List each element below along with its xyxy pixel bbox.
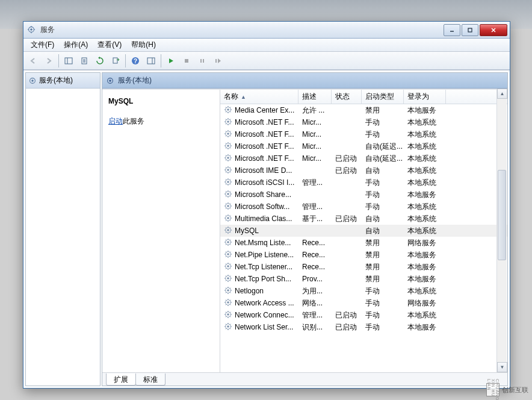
svg-point-50 bbox=[227, 133, 229, 135]
export-button[interactable] bbox=[108, 54, 123, 68]
cell-start: 手动 bbox=[362, 202, 404, 212]
svg-line-115 bbox=[226, 203, 226, 204]
service-row[interactable]: Network List Ser...识别...已启动手动本地服务 bbox=[220, 321, 507, 333]
service-row[interactable]: Net.Msmq Liste...Rece...禁用网络服务 bbox=[220, 237, 507, 249]
cell-start: 手动 bbox=[362, 286, 404, 296]
service-row[interactable]: Microsoft .NET F...Micr...已启动自动(延迟...本地系… bbox=[220, 152, 507, 164]
maximize-button[interactable] bbox=[462, 24, 478, 36]
service-row[interactable]: MySQL自动本地系统 bbox=[220, 225, 507, 237]
minimize-button[interactable] bbox=[444, 24, 460, 36]
cell-status: 已启动 bbox=[332, 166, 362, 176]
service-row[interactable]: Net.Tcp Port Sh...Prov...禁用本地服务 bbox=[220, 273, 507, 285]
gear-icon bbox=[224, 105, 232, 116]
cell-login: 本地系统 bbox=[404, 286, 446, 296]
list-rows: Media Center Ex...允许 ...禁用本地服务Microsoft … bbox=[220, 104, 507, 386]
svg-line-68 bbox=[230, 143, 230, 143]
service-row[interactable]: Microsoft Share...手动本地服务 bbox=[220, 189, 507, 201]
service-row[interactable]: Microsoft Softw...管理...手动本地系统 bbox=[220, 201, 507, 213]
cell-login: 本地服务 bbox=[404, 274, 446, 284]
tab-extended[interactable]: 扩展 bbox=[106, 373, 136, 386]
svg-line-107 bbox=[226, 196, 226, 196]
svg-line-38 bbox=[230, 107, 230, 107]
svg-line-65 bbox=[226, 143, 226, 143]
service-row[interactable]: Microsoft IME D...已启动自动本地系统 bbox=[220, 164, 507, 177]
stop-service-button[interactable] bbox=[179, 54, 194, 68]
svg-line-37 bbox=[226, 111, 226, 112]
back-button[interactable] bbox=[26, 54, 40, 68]
service-row[interactable]: Net.Pipe Listene...Rece...禁用本地服务 bbox=[220, 249, 507, 261]
scroll-thumb[interactable] bbox=[498, 170, 506, 260]
list-header: 名称 ▲ 描述 状态 启动类型 登录为 bbox=[220, 90, 507, 104]
cell-status: 已启动 bbox=[332, 322, 362, 333]
tab-standard[interactable]: 标准 bbox=[135, 373, 165, 386]
service-row[interactable]: Microsoft iSCSI I...管理...手动本地系统 bbox=[220, 177, 507, 189]
pause-service-button[interactable] bbox=[195, 54, 209, 68]
vertical-scrollbar[interactable]: ▲ ▼ bbox=[496, 89, 507, 372]
main-body: MySQL 启动此服务 名称 ▲ 描述 状态 启动类型 登录为 Media Ce… bbox=[102, 89, 507, 386]
cell-desc: 管理... bbox=[298, 202, 332, 212]
col-login-as[interactable]: 登录为 bbox=[404, 90, 446, 104]
svg-line-55 bbox=[226, 131, 226, 131]
cell-start: 手动 bbox=[362, 322, 404, 333]
svg-line-157 bbox=[226, 256, 226, 257]
svg-point-150 bbox=[227, 253, 229, 255]
menu-file[interactable]: 文件(F) bbox=[26, 39, 59, 51]
service-row[interactable]: Network Connec...管理...已启动手动本地系统 bbox=[220, 309, 507, 321]
gear-icon bbox=[224, 117, 232, 128]
show-hide-action-button[interactable] bbox=[144, 54, 158, 68]
forward-button[interactable] bbox=[42, 54, 56, 68]
start-link[interactable]: 启动 bbox=[108, 117, 123, 125]
svg-line-166 bbox=[230, 268, 230, 269]
service-row[interactable]: Microsoft .NET F...Micr...自动(延迟...本地系统 bbox=[220, 140, 507, 152]
service-row[interactable]: Microsoft .NET F...Micr...手动本地系统 bbox=[220, 116, 507, 128]
col-desc[interactable]: 描述 bbox=[298, 90, 332, 104]
cell-desc: 管理... bbox=[298, 310, 332, 320]
start-service-button[interactable] bbox=[164, 54, 178, 68]
col-status[interactable]: 状态 bbox=[332, 90, 362, 104]
service-row[interactable]: Microsoft .NET F...Micr...手动本地系统 bbox=[220, 128, 507, 140]
cell-desc: 识别... bbox=[298, 322, 332, 333]
toolbar: ? bbox=[23, 52, 510, 70]
cell-desc: 管理... bbox=[298, 178, 332, 188]
refresh-button[interactable] bbox=[93, 54, 107, 68]
svg-line-98 bbox=[230, 179, 230, 180]
service-row[interactable]: Net.Tcp Listener...Rece...禁用本地服务 bbox=[220, 261, 507, 273]
properties-button[interactable] bbox=[77, 54, 91, 68]
service-row[interactable]: Multimedia Clas...基于...已启动自动本地系统 bbox=[220, 213, 507, 225]
main-header: 服务(本地) bbox=[102, 73, 507, 89]
svg-line-85 bbox=[226, 167, 226, 167]
cell-login: 本地系统 bbox=[404, 130, 446, 140]
cell-name: MySQL bbox=[220, 226, 298, 236]
menu-help[interactable]: 帮助(H) bbox=[126, 39, 161, 51]
svg-line-208 bbox=[230, 311, 230, 312]
tree-item-root[interactable]: 服务(本地) bbox=[26, 73, 100, 89]
svg-point-30 bbox=[227, 108, 229, 111]
menu-view[interactable]: 查看(V) bbox=[93, 39, 126, 51]
help-button[interactable]: ? bbox=[128, 54, 143, 68]
cell-desc: Rece... bbox=[298, 263, 332, 271]
svg-point-90 bbox=[227, 181, 229, 183]
col-start-type[interactable]: 启动类型 bbox=[362, 90, 404, 104]
cell-login: 网络服务 bbox=[404, 298, 446, 308]
close-button[interactable] bbox=[480, 24, 507, 36]
cell-login: 本地系统 bbox=[404, 214, 446, 224]
show-hide-tree-button[interactable] bbox=[61, 54, 76, 68]
svg-line-78 bbox=[230, 155, 230, 155]
svg-line-188 bbox=[230, 287, 230, 288]
scroll-down-button[interactable]: ▼ bbox=[497, 362, 507, 372]
cell-login: 网络服务 bbox=[404, 238, 446, 248]
scroll-up-button[interactable]: ▲ bbox=[497, 89, 507, 99]
col-name[interactable]: 名称 ▲ bbox=[220, 90, 298, 104]
menu-action[interactable]: 操作(A) bbox=[59, 39, 93, 51]
svg-point-170 bbox=[227, 277, 229, 280]
service-row[interactable]: Netlogon为用...手动本地系统 bbox=[220, 285, 507, 297]
service-row[interactable]: Network Access ...网络...手动网络服务 bbox=[220, 297, 507, 309]
svg-line-118 bbox=[230, 203, 230, 204]
svg-line-168 bbox=[230, 263, 230, 264]
svg-line-108 bbox=[230, 191, 230, 192]
restart-service-button[interactable] bbox=[211, 54, 225, 68]
service-row[interactable]: Media Center Ex...允许 ...禁用本地服务 bbox=[220, 104, 507, 116]
svg-line-96 bbox=[230, 184, 230, 184]
gear-icon bbox=[224, 154, 232, 164]
svg-line-185 bbox=[226, 287, 226, 288]
